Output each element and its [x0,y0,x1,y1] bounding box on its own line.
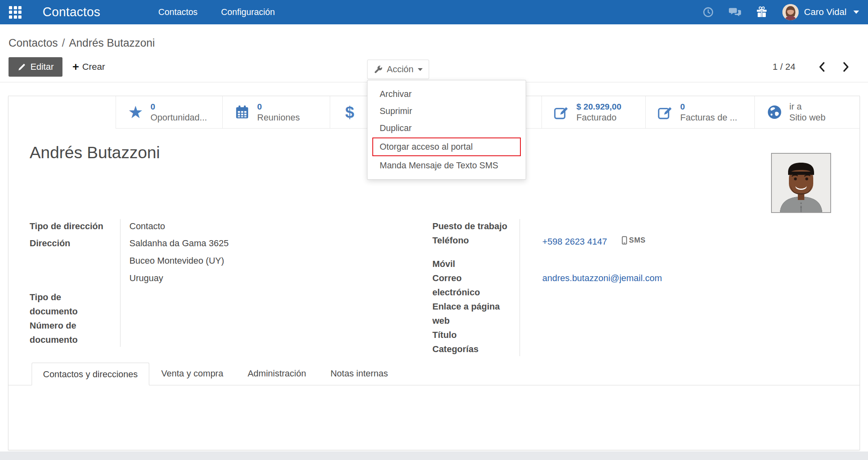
stat-label: Reuniones [257,112,300,123]
globe-icon [765,105,783,120]
pager-value: 1 / 24 [773,62,795,72]
control-panel: Contactos/Andrés Butazzoni Editar + Crea… [0,24,868,82]
field-value-mobile[interactable] [520,249,838,271]
navbar-systray: Caro Vidal [702,4,859,20]
field-label-title: Título [432,328,520,342]
calendar-icon [233,105,251,120]
stat-value: 0 [680,101,737,112]
stat-label: Oportunidad... [150,112,207,123]
field-value-email: andres.butazzoni@jemail.com [520,271,838,299]
tab-administration[interactable]: Administración [235,362,318,385]
user-name: Caro Vidal [804,7,847,17]
breadcrumb-current: Andrés Butazzoni [69,37,155,49]
field-label-phone: Teléfono [432,233,520,249]
plus-icon: + [72,63,79,71]
field-value-website[interactable] [520,299,838,328]
control-buttons-row: Editar + Crear 1 / 24 [9,57,859,77]
field-label-job-position: Puesto de trabajo [432,219,520,233]
field-value-address-type[interactable]: Contacto [120,219,432,236]
phone-link[interactable]: +598 2623 4147 [542,236,607,247]
pencil-icon [17,63,26,71]
app-brand[interactable]: Contactos [43,5,100,19]
caret-down-icon [418,68,423,71]
field-value-document-number[interactable] [120,318,432,347]
menu-item-archive[interactable]: Archivar [367,86,526,103]
address-street: Saldanha da Gama 3625 [129,236,432,250]
menu-item-grant-portal-access[interactable]: Otorgar acceso al portal [373,138,520,155]
user-avatar [782,4,799,20]
stat-invoiced[interactable]: $ 20.929,00 Facturado [542,96,646,128]
stat-value: ir a [789,101,825,112]
notebook-tabs: Contactos y direcciones Venta y compra A… [9,362,859,385]
breadcrumb-parent[interactable]: Contactos [9,37,58,49]
tab-contacts-addresses[interactable]: Contactos y direcciones [32,363,149,385]
chat-icon[interactable] [729,6,741,18]
action-button[interactable]: Acción [367,60,429,79]
chevron-right-icon[interactable] [842,62,850,72]
mobile-phone-icon [622,236,627,245]
contact-photo [771,153,831,213]
field-label-document-type: Tipo de documento [30,290,120,318]
fields-right-column: Puesto de trabajo Teléfono +598 2623 414… [432,219,838,356]
stat-value: 0 [257,101,300,112]
create-button-label: Crear [82,62,105,72]
create-button[interactable]: + Crear [72,62,105,72]
action-menu: Archivar Suprimir Duplicar Otorgar acces… [367,80,526,180]
tab-sales-purchase[interactable]: Venta y compra [149,362,236,385]
menu-item-duplicate[interactable]: Duplicar [367,120,526,137]
stat-vendor-bills[interactable]: 0 Facturas de ... [646,96,755,128]
stat-label: Facturas de ... [680,112,737,123]
field-value-address[interactable]: Saldanha da Gama 3625 Buceo Montevideo (… [120,236,432,290]
edit-button-label: Editar [30,62,54,72]
menu-item-send-sms[interactable]: Manda Mensaje de Texto SMS [367,157,526,174]
star-icon: ★ [127,104,144,121]
gift-icon[interactable] [756,6,768,18]
breadcrumb: Contactos/Andrés Butazzoni [9,37,859,49]
stat-label: Sitio web [789,112,825,123]
caret-down-icon [853,11,859,14]
stat-meetings[interactable]: 0 Reuniones [223,96,330,128]
fields-left-column: Tipo de dirección Contacto Dirección Sal… [30,219,432,356]
field-value-document-type[interactable] [120,290,432,318]
action-dropdown: Acción Archivar Suprimir Duplicar Otorga… [367,60,429,79]
tab-internal-notes[interactable]: Notas internas [318,362,400,385]
field-label-address: Dirección [30,236,120,290]
field-label-website: Enlace a página web [432,299,520,328]
apps-grid-icon[interactable] [9,6,21,19]
field-label-address-type: Tipo de dirección [30,219,120,236]
wrench-icon [374,65,382,74]
menu-item-delete[interactable]: Suprimir [367,103,526,120]
breadcrumb-separator: / [62,37,65,49]
nav-menu-configuracion[interactable]: Configuración [221,7,275,17]
app-window: Contactos Contactos Configuración Caro V… [0,0,868,451]
stat-website[interactable]: ir a Sitio web [755,96,859,128]
address-country: Uruguay [129,271,432,290]
nav-menu-contactos[interactable]: Contactos [158,7,198,17]
chevron-left-icon[interactable] [818,62,826,72]
field-value-categories[interactable] [520,342,838,356]
user-menu[interactable]: Caro Vidal [782,4,859,20]
field-label-document-number: Número de documento [30,318,120,347]
stat-opportunities[interactable]: ★ 0 Oportunidad... [116,96,223,128]
contact-fields: Tipo de dirección Contacto Dirección Sal… [30,219,838,356]
sms-label: SMS [629,233,646,247]
stat-value: 0 [150,101,207,112]
field-value-phone: +598 2623 4147 SMS [520,233,838,249]
field-value-title[interactable] [520,328,838,342]
clock-icon[interactable] [702,6,714,18]
dollar-icon: $ [341,104,359,120]
field-label-mobile: Móvil [432,249,520,271]
highlight-box: Otorgar acceso al portal [372,138,521,156]
stat-value: $ 20.929,00 [576,101,621,112]
navbar-menus: Contactos Configuración [158,7,275,17]
edit-icon [656,104,674,120]
pager: 1 / 24 [773,62,850,72]
field-label-email: Correo electrónico [432,271,520,299]
top-navbar: Contactos Contactos Configuración Caro V… [0,0,868,24]
email-link[interactable]: andres.butazzoni@jemail.com [542,273,662,283]
sms-button[interactable]: SMS [622,233,646,247]
stat-label: Facturado [576,112,621,123]
action-button-label: Acción [387,64,413,75]
edit-button[interactable]: Editar [9,57,62,77]
field-value-job-position[interactable] [520,219,838,233]
